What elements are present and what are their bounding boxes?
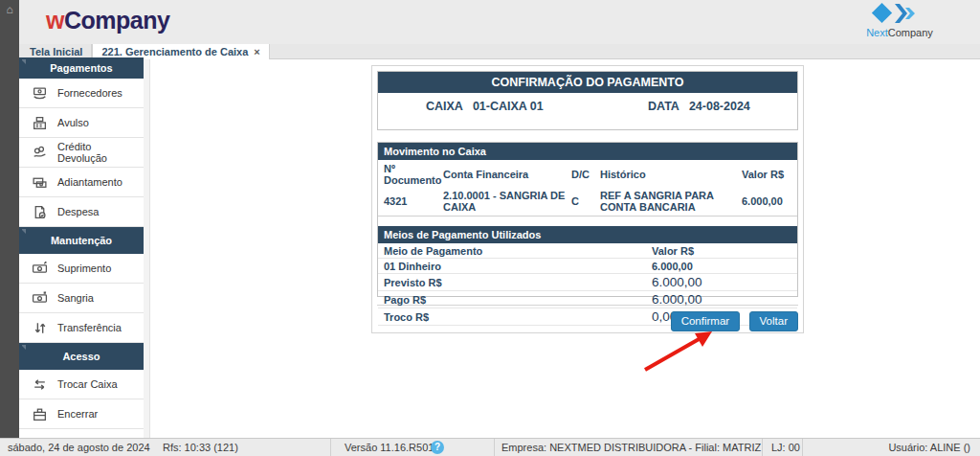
data-value: 24-08-2024 <box>689 100 750 113</box>
meios-header-row: Meio de Pagamento Valor R$ <box>378 243 797 259</box>
tab-label: 221. Gerenciamento de Caixa <box>101 46 248 57</box>
transfer-arrows-icon <box>32 320 48 336</box>
col-conta-financeira: Conta Financeira <box>443 160 571 188</box>
sidebar-item-despesa[interactable]: Despesa <box>19 197 144 227</box>
status-rfs: Rfs: 10:33 (121) <box>163 442 238 453</box>
meio-value: 6.000,00 <box>652 275 702 289</box>
movimento-header-row: Nº Documento Conta Financeira D/C Histór… <box>378 160 797 188</box>
tab-bar: Tela Inicial 221. Gerenciamento de Caixa… <box>19 44 980 59</box>
valor-col: Valor R$ <box>652 245 694 257</box>
status-separator <box>802 439 803 456</box>
wcompany-logo: wCompany <box>46 7 169 34</box>
home-icon[interactable]: ⌂ <box>3 3 16 16</box>
sidebar-section-manutencao[interactable]: Manutenção <box>19 227 144 254</box>
sidebar-item-label: Encerrar <box>57 408 98 420</box>
sidebar-item-label: Despesa <box>57 206 99 217</box>
meio-value: 6.000,00 <box>652 261 693 272</box>
left-app-strip: ⌂ <box>0 0 19 438</box>
sidebar-item-sangria[interactable]: Sangria <box>19 284 144 313</box>
caixa-field: CAIXA01-CAIXA 01 <box>426 100 544 113</box>
cell-valor: 6.000,00 <box>742 188 797 217</box>
movimento-row[interactable]: 4321 2.10.0001 - SANGRIA DE CAIXA C REF … <box>378 188 797 217</box>
sidebar-item-adiantamento[interactable]: Adiantamento <box>19 168 144 197</box>
cash-box-icon <box>32 406 48 422</box>
logo-suffix: Company <box>64 7 169 34</box>
status-version: Versão 11.16.R5017 <box>345 442 439 453</box>
tab-close-icon[interactable]: × <box>254 46 259 57</box>
status-user: Usuário: ALINE () <box>888 442 970 453</box>
sidebar-item-label: Crédito Devolução <box>57 141 144 164</box>
sidebar-item-avulso[interactable]: Avulso <box>19 108 144 138</box>
status-date: sábado, 24 de agosto de 2024 <box>8 442 150 453</box>
next-text: Next <box>866 27 888 38</box>
payment-confirmation-dialog: CONFIRMAÇÃO DO PAGAMENTO CAIXA01-CAIXA 0… <box>371 65 804 333</box>
nextcompany-diamond-icon <box>869 2 930 29</box>
sidebar-item-label: Fornecedores <box>57 87 122 99</box>
movimento-table: Nº Documento Conta Financeira D/C Histór… <box>378 160 797 217</box>
tab-tela-inicial[interactable]: Tela Inicial <box>21 44 92 58</box>
main-panel: CONFIRMAÇÃO DO PAGAMENTO CAIXA01-CAIXA 0… <box>151 59 980 438</box>
meios-section-header: Meios de Pagamento Utilizados <box>378 226 797 243</box>
meios-row-previsto: Previsto R$ 6.000,00 <box>378 274 797 291</box>
caixa-label: CAIXA <box>426 100 463 113</box>
data-label: DATA <box>648 100 679 113</box>
dialog-title: CONFIRMAÇÃO DO PAGAMENTO <box>378 72 797 93</box>
status-lj: LJ: 00 <box>771 442 800 453</box>
status-company: Empresa: NEXTMED DISTRIBUIDORA - Filial:… <box>501 442 761 453</box>
banknote-icon <box>32 261 48 277</box>
movimento-section-header: Movimento no Caixa <box>378 143 797 160</box>
col-valor: Valor R$ <box>742 160 797 188</box>
section-title: Manutenção <box>51 235 112 246</box>
collapse-mark-icon <box>21 345 26 350</box>
logo-prefix: w <box>46 7 64 34</box>
status-separator <box>330 439 331 456</box>
confirm-button[interactable]: Confirmar <box>671 311 740 331</box>
meio-label: Pago R$ <box>384 294 652 306</box>
status-separator <box>762 439 763 456</box>
sidebar-section-acesso[interactable]: Acesso <box>19 343 144 370</box>
swap-arrows-icon <box>32 376 48 393</box>
app-header: wCompany NextCompany <box>19 0 980 44</box>
sidebar-item-label: Trocar Caixa <box>57 378 118 390</box>
data-field: DATA24-08-2024 <box>648 100 750 113</box>
cell-conta-financeira: 2.10.0001 - SANGRIA DE CAIXA <box>443 188 571 217</box>
nextcompany-logo: NextCompany <box>854 2 946 38</box>
cell-dc: C <box>571 188 600 217</box>
cell-historico: REF A SANGRIA PARA CONTA BANCARIA <box>600 188 742 217</box>
sidebar: Pagamentos Fornecedores Avulso Crédito D… <box>19 57 144 438</box>
status-bar: sábado, 24 de agosto de 2024 Rfs: 10:33 … <box>0 438 980 456</box>
content-area: Pagamentos Fornecedores Avulso Crédito D… <box>19 59 980 438</box>
col-dc: D/C <box>571 160 600 188</box>
meio-label: Previsto R$ <box>384 277 652 288</box>
back-button[interactable]: Voltar <box>749 311 798 331</box>
advance-money-icon <box>32 174 48 191</box>
hand-money-icon <box>32 145 48 161</box>
meio-label: Troco R$ <box>384 311 652 323</box>
sidebar-item-suprimento[interactable]: Suprimento <box>19 254 144 284</box>
sidebar-item-transferencia[interactable]: Transferência <box>19 313 144 343</box>
sidebar-item-label: Adiantamento <box>57 176 122 188</box>
sidebar-item-label: Suprimento <box>57 262 111 274</box>
sidebar-item-encerrar[interactable]: Encerrar <box>19 399 144 429</box>
banknote-icon <box>32 290 48 307</box>
dialog-body-box: Movimento no Caixa Nº Documento Conta Fi… <box>377 142 798 297</box>
sidebar-item-trocar-caixa[interactable]: Trocar Caixa <box>19 370 144 399</box>
caixa-value: 01-CAIXA 01 <box>473 100 544 113</box>
section-title: Pagamentos <box>50 62 112 74</box>
dialog-header-box: CONFIRMAÇÃO DO PAGAMENTO CAIXA01-CAIXA 0… <box>377 71 798 130</box>
sidebar-section-pagamentos[interactable]: Pagamentos <box>19 57 144 79</box>
sidebar-item-credito-devolucao[interactable]: Crédito Devolução <box>19 138 144 168</box>
cell-num-documento: 4321 <box>378 188 443 217</box>
nextcompany-wordmark: NextCompany <box>854 27 946 38</box>
sidebar-gutter <box>144 59 150 438</box>
caixa-data-row: CAIXA01-CAIXA 01 DATA24-08-2024 <box>378 93 797 129</box>
meios-row-dinheiro: 01 Dinheiro 6.000,00 <box>378 259 797 274</box>
help-icon[interactable]: ? <box>431 441 444 454</box>
section-title: Acesso <box>62 351 100 362</box>
meio-label: 01 Dinheiro <box>384 261 652 272</box>
col-num-documento: Nº Documento <box>378 160 443 188</box>
supplier-payment-icon <box>32 85 48 102</box>
status-separator <box>494 439 495 456</box>
sidebar-item-fornecedores[interactable]: Fornecedores <box>19 79 144 108</box>
sidebar-item-label: Avulso <box>57 117 89 128</box>
